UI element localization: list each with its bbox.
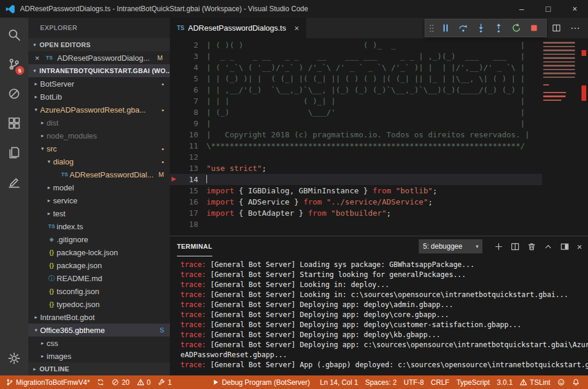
tree-item-node-modules[interactable]: ▸node_modules — [28, 129, 170, 142]
tree-item-tsconfig-json[interactable]: {}tsconfig.json — [28, 285, 170, 298]
tab-adresetpassworddialogs[interactable]: TS ADResetPasswordDialogs.ts × — [170, 18, 306, 38]
split-terminal-icon[interactable] — [511, 242, 520, 251]
tree-item-readme-md[interactable]: ⓘREADME.md — [28, 272, 170, 285]
terminal-tab[interactable]: TERMINAL — [177, 236, 212, 256]
status-text: UTF-8 — [404, 378, 424, 387]
code-line[interactable]: 9| | — [170, 118, 580, 129]
code-line[interactable]: 14 — [170, 174, 580, 185]
tree-item-src[interactable]: ▾src● — [28, 142, 170, 155]
tree-item-index-ts[interactable]: TSindex.ts — [28, 220, 170, 233]
status-eol[interactable]: CRLF — [428, 375, 453, 389]
code-line[interactable]: 7| | | ( )_| | | — [170, 95, 580, 107]
trash-icon[interactable] — [527, 242, 536, 251]
split-editor-icon[interactable] — [552, 24, 561, 32]
tree-item--gitignore[interactable]: ◆.gitignore — [28, 233, 170, 246]
tree-item-botserver[interactable]: ▸BotServer● — [28, 77, 170, 90]
tab-close-icon[interactable]: × — [294, 24, 299, 33]
code-line[interactable]: 5| | (_) )| | ( (_| |( (_| || ( ) ( ) |(… — [170, 73, 580, 84]
minimap[interactable] — [542, 38, 580, 236]
tree-item-images[interactable]: ▸images — [28, 350, 170, 362]
tree-item-model[interactable]: ▸model — [28, 181, 170, 194]
outline-label: OUTLINE — [40, 365, 69, 372]
status-tslint[interactable]: TSLint — [516, 375, 554, 389]
line-number: 3 — [179, 51, 198, 62]
close-icon[interactable]: × — [577, 242, 582, 252]
settings-gear-button[interactable] — [0, 344, 28, 373]
status-notifications[interactable] — [569, 375, 583, 389]
chevron-up-icon[interactable] — [544, 242, 553, 251]
workspace-header[interactable]: ▾ INTRANETBOTQUICKSTART.GBAI (WO... — [28, 64, 170, 77]
open-editor-item[interactable]: ×TSADResetPasswordDialog...M — [28, 51, 170, 64]
status-ts-version[interactable]: 3.0.1 — [494, 375, 517, 389]
explorer-sidebar: EXPLORER ▾ OPEN EDITORS ×TSADResetPasswo… — [28, 18, 170, 375]
status-encoding[interactable]: UTF-8 — [400, 375, 428, 389]
close-icon[interactable]: × — [33, 54, 41, 62]
code-line[interactable]: 2| ( )( ) ( )_ _ | — [170, 39, 580, 51]
panel-right-icon[interactable] — [560, 242, 569, 251]
activity-bar-item-search[interactable] — [0, 20, 28, 50]
pause-button[interactable] — [436, 20, 454, 37]
tree-item-azureadpasswordreset-gba-[interactable]: ▾AzureADPasswordReset.gba...● — [28, 103, 170, 116]
tree-item-css[interactable]: ▸css — [28, 337, 170, 350]
stop-button[interactable] — [525, 20, 543, 37]
code-line[interactable]: 15import { IGBDialog, GBMinInstance } fr… — [170, 185, 580, 196]
tree-item-service[interactable]: ▸service — [28, 194, 170, 207]
tree-item-office365-gbtheme[interactable]: ▾Office365.gbthemeS — [28, 324, 170, 337]
code-line[interactable]: 3| _ _ _ __ _ _ __ ___ ___ _ _ | ,_)(_) … — [170, 51, 580, 62]
tree-item-botlib[interactable]: ▸BotLib — [28, 90, 170, 103]
tree-item-dialog[interactable]: ▾dialog● — [28, 155, 170, 168]
item-label: model — [53, 183, 164, 192]
overview-ruler[interactable] — [580, 38, 588, 236]
activity-bar-item-edit[interactable] — [0, 167, 28, 197]
step-out-button[interactable] — [490, 20, 507, 37]
code-line[interactable]: 6| | ,__/'(_) `\__,_)`\__, |(_) (_) (_)`… — [170, 84, 580, 95]
code-line[interactable]: 13"use strict"; — [170, 163, 580, 174]
terminal-dropdown[interactable]: 5: debuggee ▾ — [419, 239, 482, 253]
plus-icon[interactable] — [494, 242, 503, 251]
maximize-button[interactable]: □ — [535, 0, 561, 18]
code-line[interactable]: 10| Copyright 2018 (c) pragmatismo.io. T… — [170, 129, 580, 140]
more-actions-icon[interactable]: ⋯ — [570, 22, 580, 34]
terminal-output[interactable]: trace: [General Bot Server] Loading sys … — [170, 256, 588, 375]
status-cursor-position[interactable]: Ln 14, Col 1 — [316, 375, 362, 389]
restart-button[interactable] — [507, 20, 525, 37]
activity-bar-item-debug[interactable] — [0, 79, 28, 108]
modified-badge: M — [157, 54, 163, 61]
code-line[interactable]: 12 — [170, 151, 580, 163]
step-into-button[interactable] — [472, 20, 490, 37]
tree-item-intranetbot-gbot[interactable]: ▸IntranetBot.gbot — [28, 311, 170, 324]
status-language-mode[interactable]: TypeScript — [453, 375, 494, 389]
status-warnings[interactable]: 0 — [133, 375, 155, 389]
open-editors-header[interactable]: ▾ OPEN EDITORS — [28, 38, 170, 51]
code-editor[interactable]: 2| ( )( ) ( )_ _ |3| _ _ _ __ _ _ __ ___… — [170, 38, 588, 236]
tree-item-dist[interactable]: ▸dist — [28, 116, 170, 129]
tree-item-package-json[interactable]: {}package.json — [28, 259, 170, 272]
code-line[interactable]: 8| (_) \___/' | — [170, 107, 580, 118]
status-sync[interactable] — [93, 375, 108, 389]
code-line[interactable]: 16import { ADService } from "../service/… — [170, 196, 580, 207]
outline-header[interactable]: ▸ OUTLINE — [28, 362, 170, 375]
minimap-line — [543, 65, 575, 67]
status-feedback[interactable] — [554, 375, 569, 389]
drag-handle-icon[interactable] — [429, 24, 435, 33]
code-line[interactable]: 4| ( '_`\ ( '__)/'_` ) /'_`\ /' _ ` _ `\… — [170, 62, 580, 73]
activity-bar-item-source-control[interactable]: 5 — [0, 50, 28, 79]
status-tasks[interactable]: 1 — [154, 375, 175, 389]
tree-item-typedoc-json[interactable]: {}typedoc.json — [28, 298, 170, 311]
close-window-button[interactable]: × — [561, 0, 588, 18]
step-over-button[interactable] — [454, 20, 472, 37]
status-git-branch[interactable]: MigrationToBotFmwV4* — [2, 375, 93, 389]
tree-item-test[interactable]: ▸test — [28, 207, 170, 220]
panel-actions: × — [490, 242, 582, 252]
code-line[interactable]: 11\*************************************… — [170, 140, 580, 151]
code-line[interactable]: 18 — [170, 219, 580, 230]
status-debug-program[interactable]: Debug Program (BotServer) — [208, 375, 313, 389]
code-line[interactable]: 17import { BotAdapter } from "botbuilder… — [170, 207, 580, 219]
status-errors[interactable]: 20 — [108, 375, 133, 389]
activity-bar-item-files[interactable] — [0, 138, 28, 167]
activity-bar-item-extensions[interactable] — [0, 108, 28, 138]
tree-item-adresetpassworddial-[interactable]: TSADResetPasswordDial...M — [28, 168, 170, 181]
minimize-button[interactable]: – — [508, 0, 535, 18]
status-indentation[interactable]: Spaces: 2 — [362, 375, 400, 389]
tree-item-package-lock-json[interactable]: {}package-lock.json — [28, 246, 170, 259]
